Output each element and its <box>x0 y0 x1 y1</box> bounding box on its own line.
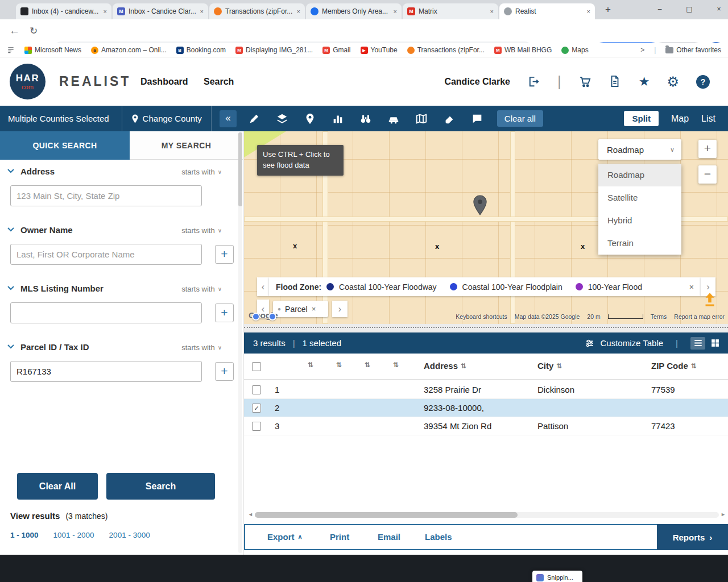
cell-address[interactable]: 3258 Prairie Dr <box>424 385 481 394</box>
map-type-dropdown-button[interactable]: Roadmap ∨ <box>598 139 681 160</box>
bookmark-item[interactable]: MWB Mail BHGG <box>494 46 552 54</box>
operator-dropdown[interactable]: starts with∨ <box>181 285 222 293</box>
chart-icon[interactable] <box>332 113 344 125</box>
scrollbar-thumb[interactable] <box>255 512 518 518</box>
cluster-marker[interactable] <box>252 313 260 321</box>
pane-splitter[interactable] <box>244 324 728 332</box>
browser-tab[interactable]: MInbox - Candice Clar...× <box>113 3 208 19</box>
logout-icon[interactable] <box>527 75 540 88</box>
parcel-layer-chip[interactable]: ● Parcel × <box>273 301 328 317</box>
list-view-toggle[interactable] <box>690 337 705 350</box>
sort-column-button[interactable]: ⇅ <box>393 361 399 369</box>
parcel-id-input[interactable] <box>10 361 202 382</box>
close-icon[interactable]: × <box>689 282 694 292</box>
map-type-option-hybrid[interactable]: Hybrid <box>598 209 681 232</box>
browser-tab[interactable]: Transactions (zipFor...× <box>209 3 305 19</box>
zoom-out-button[interactable]: − <box>698 165 717 184</box>
window-minimize-button[interactable]: – <box>648 0 671 18</box>
address-input[interactable] <box>10 185 202 206</box>
table-row[interactable]: 3 39354 Mt Zion Rd Pattison 77423 <box>244 417 728 435</box>
search-button[interactable]: Search <box>106 473 215 500</box>
map-canvas[interactable]: Use CTRL + Click to see flood data x x x… <box>244 131 728 324</box>
chips-scroll-right-button[interactable]: › <box>332 301 348 317</box>
bookmark-item[interactable]: MGmail <box>322 46 350 54</box>
add-criteria-button[interactable]: + <box>215 362 234 381</box>
terms-link[interactable]: Terms <box>651 313 667 320</box>
browser-tab-active[interactable]: Realist× <box>499 3 595 19</box>
table-row[interactable]: 1 3258 Prairie Dr Dickinson 77539 <box>244 381 728 399</box>
binoculars-icon[interactable] <box>359 113 372 125</box>
operator-dropdown[interactable]: starts with∨ <box>181 343 222 352</box>
zoom-in-button[interactable]: + <box>698 140 717 158</box>
window-close-button[interactable]: × <box>708 0 728 18</box>
window-maximize-button[interactable]: □ <box>678 0 701 18</box>
comment-icon[interactable] <box>471 113 483 125</box>
nav-dashboard[interactable]: Dashboard <box>140 77 188 87</box>
bookmark-item[interactable]: Transactions (zipFor... <box>407 46 485 54</box>
back-icon[interactable]: ← <box>9 24 20 37</box>
sort-column-button[interactable]: ⇅ <box>336 361 342 369</box>
reports-button[interactable]: Reports› <box>657 524 728 550</box>
owner-name-input[interactable] <box>10 244 202 265</box>
chevron-down-icon[interactable] <box>7 169 14 173</box>
cell-address[interactable]: 39354 Mt Zion Rd <box>424 421 491 431</box>
layers-icon[interactable] <box>276 113 288 125</box>
snipping-toast[interactable]: Snippin... <box>532 571 582 582</box>
operator-dropdown[interactable]: starts with∨ <box>181 168 222 176</box>
row-checkbox-checked[interactable]: ✓ <box>252 404 261 413</box>
tab-close-icon[interactable]: × <box>394 8 397 15</box>
map-type-option-satellite[interactable]: Satellite <box>598 186 681 209</box>
customize-table-button[interactable]: Customize Table <box>600 338 663 348</box>
sidebar-scrollbar[interactable] <box>238 132 242 553</box>
select-all-checkbox[interactable] <box>252 362 261 371</box>
view-split-button[interactable]: Split <box>624 111 659 126</box>
view-map-button[interactable]: Map <box>671 114 689 124</box>
cell-address[interactable]: 9233-08-10000, <box>424 403 484 413</box>
bookmark-item[interactable]: Maps <box>561 46 588 54</box>
tab-close-icon[interactable]: × <box>200 8 204 15</box>
bookmark-item[interactable]: aAmazon.com – Onli... <box>91 46 167 54</box>
document-icon[interactable] <box>609 75 622 88</box>
report-map-error-link[interactable]: Report a map error <box>674 313 725 320</box>
chevron-down-icon[interactable] <box>7 344 14 349</box>
view-list-button[interactable]: List <box>701 114 715 124</box>
help-icon[interactable]: ? <box>696 75 710 89</box>
draw-pencil-icon[interactable] <box>248 113 260 125</box>
tab-close-icon[interactable]: × <box>297 8 300 15</box>
har-logo[interactable]: HAR com <box>10 64 46 99</box>
drive-time-car-icon[interactable] <box>387 113 400 125</box>
tab-my-search[interactable]: MY SEARCH <box>130 131 243 160</box>
clear-all-button[interactable]: Clear All <box>17 473 98 500</box>
map-route-icon[interactable] <box>415 113 428 125</box>
legend-scroll-left-button[interactable]: ‹ <box>257 277 269 296</box>
other-favorites-button[interactable]: Other favorites <box>665 46 721 54</box>
browser-tab[interactable]: Members Only Area...× <box>306 3 402 19</box>
email-button[interactable]: Email <box>378 532 400 542</box>
labels-button[interactable]: Labels <box>425 532 452 542</box>
keyboard-shortcuts-link[interactable]: Keyboard shortcuts <box>456 313 507 320</box>
bookmark-item[interactable]: ▶YouTube <box>361 46 398 54</box>
bookmark-item[interactable]: Microsoft News <box>24 46 81 54</box>
view-results-label[interactable]: View results <box>10 511 60 521</box>
customize-sliders-icon[interactable] <box>585 338 595 348</box>
refresh-icon[interactable]: ↻ <box>30 25 38 36</box>
scroll-left-arrow[interactable]: ◄ <box>248 512 253 517</box>
chevron-down-icon[interactable] <box>7 227 14 232</box>
page-range-link[interactable]: 2001 - 3000 <box>109 531 150 539</box>
row-checkbox[interactable] <box>252 422 261 431</box>
orange-marker-icon[interactable] <box>702 292 717 309</box>
column-header-zip[interactable]: ZIP Code⇅ <box>651 361 697 371</box>
column-header-address[interactable]: Address⇅ <box>424 361 466 371</box>
chevron-down-icon[interactable] <box>7 286 14 290</box>
tab-quick-search[interactable]: QUICK SEARCH <box>0 131 130 160</box>
add-criteria-button[interactable]: + <box>215 304 234 322</box>
page-range-link[interactable]: 1001 - 2000 <box>53 531 94 539</box>
sort-column-button[interactable]: ⇅ <box>308 361 313 369</box>
add-criteria-button[interactable]: + <box>215 245 234 264</box>
page-range-link[interactable]: 1 - 1000 <box>10 531 39 539</box>
new-tab-button[interactable]: + <box>605 4 611 15</box>
table-row-selected[interactable]: ✓ 2 9233-08-10000, <box>244 399 728 417</box>
clear-all-map-button[interactable]: Clear all <box>497 110 543 127</box>
mls-number-input[interactable] <box>10 302 202 323</box>
bookmark-item[interactable]: MDisplaying IMG_281... <box>235 46 313 54</box>
